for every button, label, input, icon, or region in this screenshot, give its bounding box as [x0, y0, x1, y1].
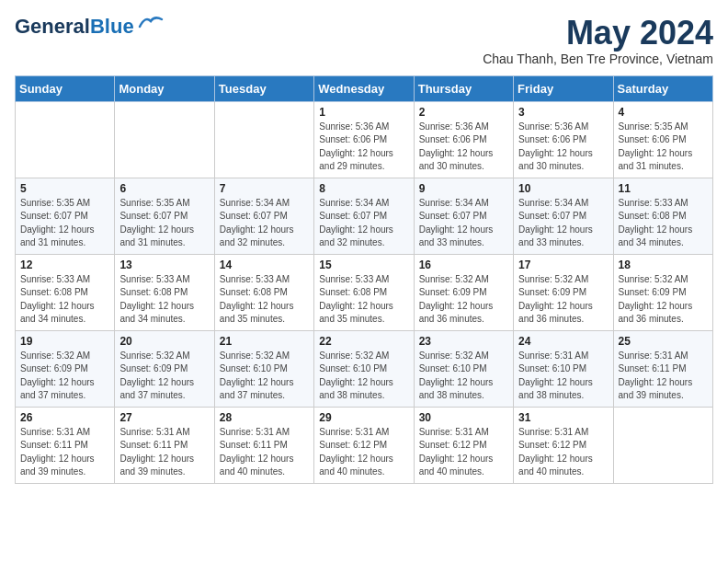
day-info: Sunrise: 5:35 AM Sunset: 6:07 PM Dayligh…: [20, 197, 109, 250]
day-info: Sunrise: 5:36 AM Sunset: 6:06 PM Dayligh…: [518, 121, 608, 174]
calendar-cell: [613, 407, 712, 483]
calendar-cell: 3Sunrise: 5:36 AM Sunset: 6:06 PM Daylig…: [514, 101, 613, 178]
day-info: Sunrise: 5:31 AM Sunset: 6:11 PM Dayligh…: [220, 426, 309, 479]
calendar-week-row: 1Sunrise: 5:36 AM Sunset: 6:06 PM Daylig…: [16, 101, 713, 178]
calendar-cell: [115, 101, 214, 178]
col-header-tuesday: Tuesday: [214, 75, 313, 101]
logo: GeneralBlue: [15, 15, 164, 39]
day-info: Sunrise: 5:31 AM Sunset: 6:11 PM Dayligh…: [20, 426, 109, 479]
day-number: 22: [319, 335, 408, 348]
day-number: 16: [419, 259, 508, 271]
col-header-monday: Monday: [115, 75, 214, 101]
calendar-cell: 24Sunrise: 5:31 AM Sunset: 6:10 PM Dayli…: [514, 330, 613, 407]
day-number: 28: [220, 411, 309, 424]
calendar-cell: 22Sunrise: 5:32 AM Sunset: 6:10 PM Dayli…: [314, 330, 414, 407]
col-header-thursday: Thursday: [414, 75, 513, 101]
title-area: May 2024 Chau Thanh, Ben Tre Province, V…: [483, 15, 713, 66]
day-info: Sunrise: 5:32 AM Sunset: 6:09 PM Dayligh…: [518, 273, 608, 327]
calendar-cell: 7Sunrise: 5:34 AM Sunset: 6:07 PM Daylig…: [214, 178, 313, 254]
calendar-cell: 26Sunrise: 5:31 AM Sunset: 6:11 PM Dayli…: [16, 407, 115, 483]
calendar-cell: 11Sunrise: 5:33 AM Sunset: 6:08 PM Dayli…: [613, 178, 712, 254]
col-header-friday: Friday: [514, 75, 613, 101]
calendar-cell: 8Sunrise: 5:34 AM Sunset: 6:07 PM Daylig…: [314, 178, 414, 254]
day-number: 14: [220, 259, 309, 271]
day-info: Sunrise: 5:32 AM Sunset: 6:10 PM Dayligh…: [319, 350, 408, 403]
calendar-cell: [214, 101, 313, 178]
calendar-cell: 17Sunrise: 5:32 AM Sunset: 6:09 PM Dayli…: [514, 254, 613, 330]
day-number: 7: [220, 182, 309, 195]
day-info: Sunrise: 5:31 AM Sunset: 6:11 PM Dayligh…: [619, 350, 708, 403]
calendar-cell: 31Sunrise: 5:31 AM Sunset: 6:12 PM Dayli…: [514, 407, 613, 483]
day-number: 4: [619, 106, 708, 119]
month-year-title: May 2024: [483, 15, 713, 52]
calendar-cell: 10Sunrise: 5:34 AM Sunset: 6:07 PM Dayli…: [514, 178, 613, 254]
day-number: 30: [419, 411, 508, 424]
calendar-cell: 29Sunrise: 5:31 AM Sunset: 6:12 PM Dayli…: [314, 407, 414, 483]
calendar-cell: 21Sunrise: 5:32 AM Sunset: 6:10 PM Dayli…: [214, 330, 313, 407]
day-info: Sunrise: 5:31 AM Sunset: 6:11 PM Dayligh…: [119, 426, 209, 479]
day-number: 17: [518, 259, 608, 271]
calendar-table: SundayMondayTuesdayWednesdayThursdayFrid…: [15, 75, 713, 484]
day-number: 27: [119, 411, 209, 424]
day-number: 5: [20, 182, 109, 195]
day-number: 11: [619, 182, 708, 195]
calendar-week-row: 19Sunrise: 5:32 AM Sunset: 6:09 PM Dayli…: [16, 330, 713, 407]
calendar-cell: 30Sunrise: 5:31 AM Sunset: 6:12 PM Dayli…: [414, 407, 513, 483]
calendar-cell: 27Sunrise: 5:31 AM Sunset: 6:11 PM Dayli…: [115, 407, 214, 483]
calendar-cell: 20Sunrise: 5:32 AM Sunset: 6:09 PM Dayli…: [115, 330, 214, 407]
calendar-cell: 23Sunrise: 5:32 AM Sunset: 6:10 PM Dayli…: [414, 330, 513, 407]
day-number: 31: [518, 411, 608, 424]
calendar-cell: 1Sunrise: 5:36 AM Sunset: 6:06 PM Daylig…: [314, 101, 414, 178]
page-header: GeneralBlue May 2024 Chau Thanh, Ben Tre…: [15, 15, 713, 66]
day-info: Sunrise: 5:33 AM Sunset: 6:08 PM Dayligh…: [619, 197, 708, 250]
calendar-week-row: 12Sunrise: 5:33 AM Sunset: 6:08 PM Dayli…: [16, 254, 713, 330]
calendar-cell: 25Sunrise: 5:31 AM Sunset: 6:11 PM Dayli…: [613, 330, 712, 407]
day-info: Sunrise: 5:32 AM Sunset: 6:10 PM Dayligh…: [220, 350, 309, 403]
calendar-cell: 28Sunrise: 5:31 AM Sunset: 6:11 PM Dayli…: [214, 407, 313, 483]
col-header-sunday: Sunday: [16, 75, 115, 101]
calendar-cell: 18Sunrise: 5:32 AM Sunset: 6:09 PM Dayli…: [613, 254, 712, 330]
day-number: 19: [20, 335, 109, 348]
calendar-week-row: 26Sunrise: 5:31 AM Sunset: 6:11 PM Dayli…: [16, 407, 713, 483]
day-info: Sunrise: 5:34 AM Sunset: 6:07 PM Dayligh…: [220, 197, 309, 250]
calendar-cell: 13Sunrise: 5:33 AM Sunset: 6:08 PM Dayli…: [115, 254, 214, 330]
day-number: 3: [518, 106, 608, 119]
day-number: 1: [319, 106, 408, 119]
day-number: 13: [119, 259, 209, 271]
day-info: Sunrise: 5:36 AM Sunset: 6:06 PM Dayligh…: [419, 121, 508, 174]
day-number: 25: [619, 335, 708, 348]
day-info: Sunrise: 5:33 AM Sunset: 6:08 PM Dayligh…: [20, 273, 109, 327]
day-number: 23: [419, 335, 508, 348]
day-info: Sunrise: 5:34 AM Sunset: 6:07 PM Dayligh…: [419, 197, 508, 250]
day-info: Sunrise: 5:31 AM Sunset: 6:12 PM Dayligh…: [319, 426, 408, 479]
day-number: 6: [119, 182, 209, 195]
day-info: Sunrise: 5:32 AM Sunset: 6:09 PM Dayligh…: [619, 273, 708, 327]
calendar-cell: 19Sunrise: 5:32 AM Sunset: 6:09 PM Dayli…: [16, 330, 115, 407]
day-number: 26: [20, 411, 109, 424]
day-info: Sunrise: 5:31 AM Sunset: 6:12 PM Dayligh…: [419, 426, 508, 479]
day-info: Sunrise: 5:33 AM Sunset: 6:08 PM Dayligh…: [220, 273, 309, 327]
day-number: 18: [619, 259, 708, 271]
day-info: Sunrise: 5:34 AM Sunset: 6:07 PM Dayligh…: [319, 197, 408, 250]
calendar-cell: 9Sunrise: 5:34 AM Sunset: 6:07 PM Daylig…: [414, 178, 513, 254]
day-number: 9: [419, 182, 508, 195]
calendar-cell: 2Sunrise: 5:36 AM Sunset: 6:06 PM Daylig…: [414, 101, 513, 178]
col-header-wednesday: Wednesday: [314, 75, 414, 101]
day-info: Sunrise: 5:32 AM Sunset: 6:09 PM Dayligh…: [119, 350, 209, 403]
day-number: 12: [20, 259, 109, 271]
calendar-cell: [16, 101, 115, 178]
logo-text: GeneralBlue: [15, 15, 134, 39]
day-info: Sunrise: 5:36 AM Sunset: 6:06 PM Dayligh…: [319, 121, 408, 174]
calendar-cell: 5Sunrise: 5:35 AM Sunset: 6:07 PM Daylig…: [16, 178, 115, 254]
day-info: Sunrise: 5:35 AM Sunset: 6:06 PM Dayligh…: [619, 121, 708, 174]
day-number: 2: [419, 106, 508, 119]
location-subtitle: Chau Thanh, Ben Tre Province, Vietnam: [483, 52, 713, 66]
day-number: 15: [319, 259, 408, 271]
logo-bird-icon: [138, 14, 164, 32]
col-header-saturday: Saturday: [613, 75, 712, 101]
calendar-cell: 12Sunrise: 5:33 AM Sunset: 6:08 PM Dayli…: [16, 254, 115, 330]
day-number: 21: [220, 335, 309, 348]
day-number: 29: [319, 411, 408, 424]
day-number: 10: [518, 182, 608, 195]
calendar-cell: 6Sunrise: 5:35 AM Sunset: 6:07 PM Daylig…: [115, 178, 214, 254]
